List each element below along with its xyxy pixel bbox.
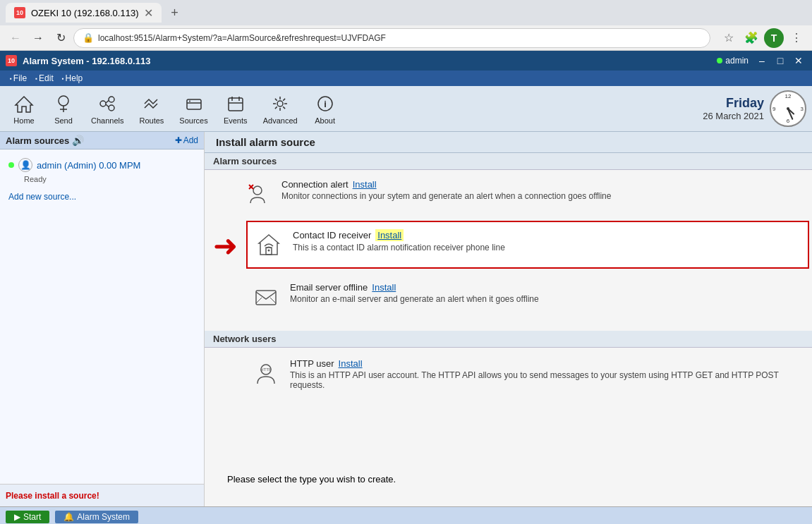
online-dot (717, 58, 722, 63)
tab-title: OZEKI 10 (192.168.0.113) (31, 8, 138, 18)
add-button[interactable]: ✚ Add (175, 135, 198, 145)
tab-close-button[interactable]: ✕ (144, 6, 153, 20)
clock-day: Friday (703, 96, 764, 111)
network-users-section-header: Network users (205, 331, 812, 348)
back-button[interactable]: ← (6, 28, 25, 48)
sidebar-title: Alarm sources 🔊 (6, 135, 84, 146)
lock-icon: 🔒 (83, 32, 94, 43)
connection-alert-info: Connection alert Install Monitor connect… (281, 179, 803, 201)
http-user-info: HTTP user Install This is an HTTP API us… (290, 358, 797, 390)
toolbar-about[interactable]: i About (307, 89, 344, 128)
email-offline-install-link[interactable]: Install (372, 282, 396, 293)
svg-point-11 (189, 101, 190, 102)
contact-id-icon (253, 229, 284, 260)
user-avatar: 👤 (18, 158, 32, 172)
toolbar-advanced[interactable]: Advanced (257, 89, 304, 128)
tab-bar: 10 OZEKI 10 (192.168.0.113) ✕ + (0, 0, 812, 25)
menu-edit[interactable]: Edit (31, 73, 58, 83)
toolbar-home[interactable]: Home (6, 89, 42, 128)
menu-bar: File Edit Help (0, 71, 812, 86)
content-footer: Please select the type you wish to creat… (219, 470, 404, 489)
toolbar-routes[interactable]: Routes (133, 89, 170, 128)
new-tab-button[interactable]: + (164, 3, 184, 23)
sidebar-footer: Please install a source! (0, 484, 204, 506)
clock-center (787, 107, 789, 110)
admin-label: admin (725, 56, 749, 66)
clock-date: Friday 26 March 2021 (703, 96, 764, 121)
svg-line-8 (106, 104, 109, 107)
email-offline-item: Email server offline Install Monitor an … (244, 274, 804, 321)
window-controls: – □ ✕ (754, 53, 806, 68)
menu-button[interactable]: ⋮ (787, 28, 806, 48)
sidebar-content: 👤 admin (Admin) 0.00 MPM Ready Add new s… (0, 150, 204, 484)
profile-button[interactable]: T (764, 28, 784, 48)
toolbar-send[interactable]: Send (45, 89, 82, 128)
contact-id-row: ➜ Contact ID receiver (205, 219, 812, 272)
alarm-system-btn-icon: 🔔 (63, 512, 74, 522)
contact-id-info: Contact ID receiver Install This is a co… (293, 229, 802, 252)
user-status-text: Ready (24, 175, 198, 183)
toolbar-sources[interactable]: Sources (173, 89, 214, 128)
connection-alert-install-link[interactable]: Install (353, 179, 377, 190)
sidebar-footer-text: Please install a source! (6, 491, 99, 501)
http-user-name: HTTP user Install (290, 358, 797, 369)
sources-label: Sources (179, 116, 207, 125)
red-arrow: ➜ (207, 229, 243, 263)
alarm-system-button[interactable]: 🔔 Alarm System (55, 511, 138, 523)
sidebar-header: Alarm sources 🔊 ✚ Add (0, 132, 204, 150)
svg-line-26 (256, 298, 262, 303)
speaker-icon: 🔊 (72, 135, 84, 146)
advanced-label: Advanced (263, 116, 298, 125)
content-area: Install alarm source Alarm sources (205, 132, 812, 506)
routes-label: Routes (139, 116, 164, 125)
close-button[interactable]: ✕ (791, 53, 806, 68)
contact-id-name: Contact ID receiver Install (293, 229, 802, 241)
contact-id-install-link[interactable]: Install (375, 229, 404, 241)
http-user-item: HTTP HTTP user Install This is an HTTP A… (244, 351, 804, 398)
address-bar[interactable]: 🔒 localhost:9515/Alarm+System/?a=AlarmSo… (73, 28, 710, 48)
svg-rect-25 (256, 291, 276, 305)
start-button[interactable]: ▶ Start (6, 511, 49, 523)
svg-point-4 (100, 101, 106, 106)
app-title: Alarm System - 192.168.0.113 (23, 56, 717, 66)
app-titlebar: 10 Alarm System - 192.168.0.113 admin – … (0, 51, 812, 71)
start-label: Start (23, 512, 41, 522)
sidebar: Alarm sources 🔊 ✚ Add 👤 admin (Admin) 0.… (0, 132, 205, 506)
events-icon (224, 92, 247, 115)
svg-point-6 (109, 105, 114, 111)
menu-help[interactable]: Help (58, 73, 87, 83)
reload-button[interactable]: ↻ (51, 28, 71, 48)
home-icon (13, 92, 35, 115)
content-footer-text: Please select the type you wish to creat… (227, 474, 396, 485)
contact-id-desc: This is a contact ID alarm notification … (293, 243, 802, 252)
connection-alert-item: Connection alert Install Monitor connect… (241, 174, 804, 215)
maximize-button[interactable]: □ (772, 53, 788, 68)
events-label: Events (224, 116, 248, 125)
add-new-source-link[interactable]: Add new source... (6, 189, 198, 205)
email-offline-icon (250, 282, 281, 313)
email-offline-name: Email server offline Install (290, 282, 797, 293)
browser-controls: ← → ↻ 🔒 localhost:9515/Alarm+System/?a=A… (0, 25, 812, 51)
tab-favicon: 10 (14, 7, 25, 18)
bookmark-button[interactable]: ☆ (719, 28, 739, 48)
connection-alert-row: Connection alert Install Monitor connect… (205, 170, 812, 219)
svg-line-27 (270, 298, 276, 303)
http-user-install-link[interactable]: Install (339, 358, 363, 369)
http-user-row: HTTP HTTP user Install This is an HTTP A… (205, 348, 812, 402)
alarm-sources-section-title: Alarm sources (213, 156, 804, 166)
minimize-button[interactable]: – (754, 53, 770, 68)
menu-file[interactable]: File (6, 73, 31, 83)
connection-alert-name: Connection alert Install (281, 179, 803, 190)
about-label: About (315, 116, 335, 125)
clock-face: 12 3 6 9 (770, 90, 806, 127)
toolbar-channels[interactable]: Channels (85, 89, 130, 128)
app-bottom-bar: ▶ Start 🔔 Alarm System (0, 506, 812, 524)
toolbar-events[interactable]: Events (217, 89, 254, 128)
active-tab[interactable]: 10 OZEKI 10 (192.168.0.113) ✕ (6, 3, 162, 23)
about-icon: i (314, 92, 337, 115)
clock-widget: Friday 26 March 2021 12 3 6 9 (703, 90, 806, 127)
extensions-button[interactable]: 🧩 (741, 28, 761, 48)
user-link[interactable]: admin (Admin) 0.00 MPM (37, 160, 140, 171)
forward-button[interactable]: → (28, 28, 48, 48)
sources-icon (183, 92, 205, 115)
